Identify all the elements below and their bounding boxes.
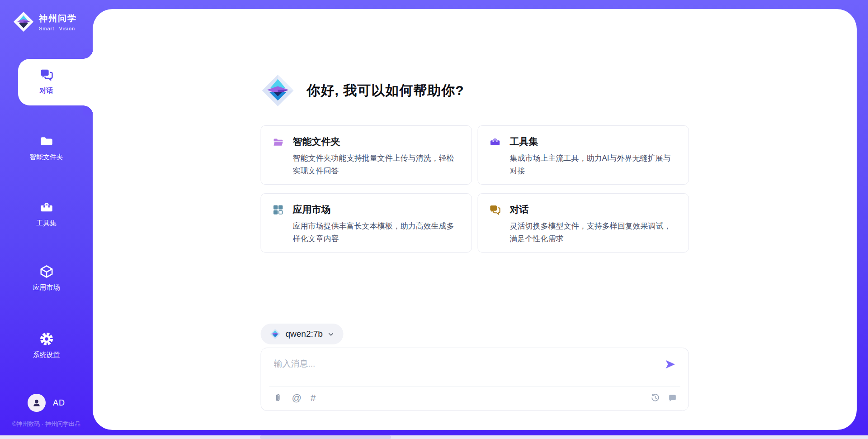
- model-diamond-icon: [270, 329, 281, 339]
- card-description: 应用市场提供丰富长文本模板，助力高效生成多样化文章内容: [293, 220, 461, 245]
- card-toolset[interactable]: 工具集 集成市场上主流工具，助力AI与外界无缝扩展与对接: [478, 125, 689, 185]
- copyright-text: ©神州数码 · 神州问学出品: [0, 420, 93, 428]
- brand-name: 神州问学: [39, 13, 77, 24]
- send-icon: [664, 358, 677, 371]
- sidebar-item-label: 应用市场: [33, 283, 60, 292]
- hashtag-icon[interactable]: #: [311, 393, 316, 403]
- card-app-market[interactable]: 应用市场 应用市场提供丰富长文本模板，助力高效生成多样化文章内容: [261, 193, 472, 253]
- person-icon: [31, 397, 42, 408]
- message-input-card: 输入消息... @ #: [261, 348, 689, 411]
- gear-icon: [39, 331, 54, 347]
- user-block[interactable]: AD: [0, 394, 93, 412]
- avatar: [28, 394, 46, 412]
- composer-tools-right: [651, 393, 678, 403]
- feature-cards: 智能文件夹 智能文件夹功能支持批量文件上传与清洗，轻松实现文件问答 工具集 集成…: [261, 125, 689, 253]
- assistant-diamond-icon: [261, 73, 295, 108]
- chat-icon: [39, 67, 54, 82]
- brand-diamond-icon: [13, 11, 34, 33]
- sidebar-item-label: 系统设置: [33, 351, 60, 359]
- sidebar-item-label: 智能文件夹: [29, 153, 63, 162]
- attachment-icon[interactable]: [273, 393, 283, 403]
- history-icon[interactable]: [651, 393, 660, 403]
- card-chat[interactable]: 对话 灵活切换多模型文件，支持多样回复效果调试，满足个性化需求: [478, 193, 689, 253]
- brand-subtitle: Smart Vision: [39, 26, 77, 31]
- main-panel: 你好, 我可以如何帮助你? 智能文件夹 智能文件夹功能支持批量文件上传与清洗，轻…: [93, 9, 857, 430]
- card-title: 应用市场: [293, 203, 461, 216]
- chevron-down-icon: [328, 331, 335, 338]
- card-description: 集成市场上主流工具，助力AI与外界无缝扩展与对接: [510, 152, 678, 177]
- model-name: qwen2:7b: [286, 329, 323, 339]
- card-title: 工具集: [510, 135, 678, 148]
- sidebar-item-settings[interactable]: 系统设置: [0, 331, 93, 359]
- sidebar-item-chat[interactable]: 对话: [0, 67, 93, 95]
- card-title: 智能文件夹: [293, 135, 461, 148]
- sidebar-item-smart-folder[interactable]: 智能文件夹: [0, 134, 93, 162]
- send-button[interactable]: [664, 358, 677, 371]
- horizontal-scrollbar-track[interactable]: [0, 435, 868, 439]
- sidebar-item-app-market[interactable]: 应用市场: [0, 264, 93, 292]
- mention-icon[interactable]: @: [292, 393, 302, 403]
- input-divider: [269, 387, 680, 387]
- toolbox-icon: [489, 136, 501, 148]
- card-description: 灵活切换多模型文件，支持多样回复效果调试，满足个性化需求: [510, 220, 678, 245]
- page-title: 你好, 我可以如何帮助你?: [307, 81, 464, 100]
- card-description: 智能文件夹功能支持批量文件上传与清洗，轻松实现文件问答: [293, 152, 461, 177]
- feedback-chat-icon[interactable]: [668, 393, 678, 403]
- chat-icon: [489, 204, 501, 216]
- composer-tools-left: @ #: [273, 393, 316, 403]
- cube-icon: [39, 264, 54, 279]
- greeting-block: 你好, 我可以如何帮助你?: [261, 73, 464, 108]
- user-name: AD: [53, 398, 65, 408]
- folder-icon: [39, 134, 54, 149]
- modules-icon: [272, 204, 284, 216]
- model-selector[interactable]: qwen2:7b: [261, 324, 344, 344]
- sidebar-item-label: 对话: [40, 86, 53, 95]
- active-tab-fillet-top: [83, 49, 93, 59]
- folder-open-icon: [272, 136, 284, 148]
- card-title: 对话: [510, 203, 678, 216]
- card-smart-folder[interactable]: 智能文件夹 智能文件夹功能支持批量文件上传与清洗，轻松实现文件问答: [261, 125, 472, 185]
- message-input[interactable]: 输入消息...: [274, 358, 316, 370]
- brand-logo: 神州问学 Smart Vision: [13, 11, 77, 33]
- active-tab-fillet-bottom: [83, 105, 93, 115]
- sidebar-item-toolset[interactable]: 工具集: [0, 200, 93, 228]
- horizontal-scrollbar-thumb[interactable]: [260, 435, 391, 439]
- sidebar-item-label: 工具集: [36, 219, 57, 228]
- sidebar: 神州问学 Smart Vision 对话 智能文件夹: [0, 0, 93, 439]
- toolbox-icon: [39, 200, 54, 215]
